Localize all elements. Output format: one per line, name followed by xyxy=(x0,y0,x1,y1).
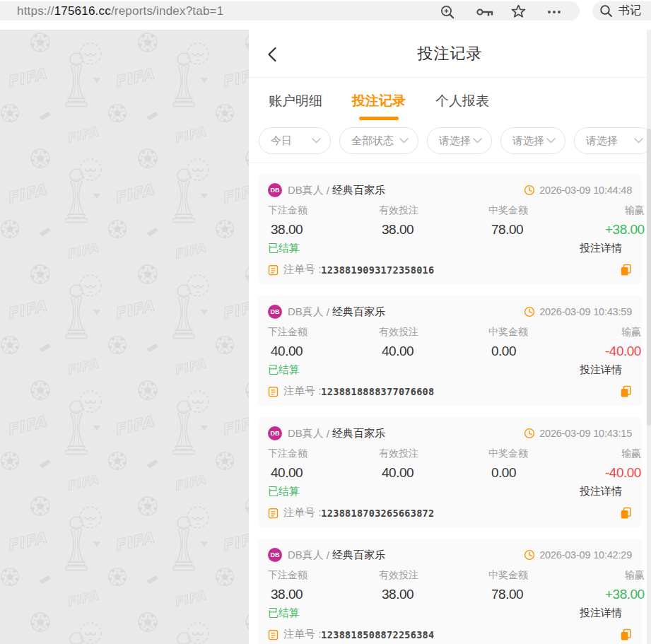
scrollbar[interactable] xyxy=(647,30,651,644)
filter-bar: 今日 全部状态 请选择 请选择 xyxy=(249,124,651,163)
provider-badge: DB xyxy=(268,426,282,440)
bet-time: 2026-03-09 10:43:15 xyxy=(539,428,632,439)
filter-status-value: 全部状态 xyxy=(351,134,394,148)
page-content: FIFA xyxy=(0,30,651,644)
provider-name: DB真人 xyxy=(288,184,324,197)
status-badge: 已结算 xyxy=(268,363,300,377)
chevron-down-icon xyxy=(546,138,556,144)
stat-label-bet: 下注金额 xyxy=(268,447,379,460)
chevron-down-icon xyxy=(634,138,643,144)
stat-label-win: 中奖金额 xyxy=(488,569,605,582)
order-note-icon xyxy=(268,386,278,397)
order-number: 1238818508872256384 xyxy=(321,629,434,640)
stat-label-profit: 输赢 xyxy=(605,204,645,217)
bookmark-search-label: 书记 xyxy=(618,4,641,18)
copy-icon[interactable] xyxy=(620,628,632,641)
search-icon xyxy=(599,4,613,18)
status-badge: 已结算 xyxy=(268,242,300,255)
stat-value-valid: 38.00 xyxy=(379,222,488,238)
tab-personal-report[interactable]: 个人报表 xyxy=(435,78,489,124)
stat-value-valid: 40.00 xyxy=(379,344,488,359)
panel-header: 投注记录 xyxy=(249,30,651,78)
stat-value-valid: 40.00 xyxy=(379,465,488,481)
scrollbar-thumb[interactable] xyxy=(647,129,651,426)
stat-value-win: 78.00 xyxy=(488,587,605,602)
chevron-down-icon xyxy=(312,138,321,144)
order-number: 1238818888377076608 xyxy=(321,386,434,397)
back-icon[interactable] xyxy=(267,47,277,62)
stat-label-profit: 输赢 xyxy=(605,326,641,339)
stat-label-profit: 输赢 xyxy=(605,447,641,460)
stat-value-win: 0.00 xyxy=(488,344,605,359)
page-title: 投注记录 xyxy=(418,43,483,64)
provider-game-separator: / xyxy=(327,549,329,561)
copy-icon[interactable] xyxy=(620,264,632,276)
stat-label-valid: 有效投注 xyxy=(379,569,488,582)
stat-value-valid: 38.00 xyxy=(379,587,488,602)
reports-panel: 投注记录 账户明细 投注记录 个人报表 今日 全部状态 请选择 xyxy=(249,30,651,644)
url-scheme: https:// xyxy=(17,4,54,18)
stat-value-profit: +38.00 xyxy=(605,587,645,602)
password-key-icon[interactable] xyxy=(476,7,495,18)
order-note-icon xyxy=(268,264,278,276)
url-path: /reports/index?tab=1 xyxy=(111,4,223,18)
provider-name: DB真人 xyxy=(288,549,324,562)
stat-label-win: 中奖金额 xyxy=(488,326,605,339)
game-name: 经典百家乐 xyxy=(332,427,385,440)
address-bar[interactable]: https://175616.cc/reports/index?tab=1 xyxy=(0,1,580,21)
filter-select-dropdown-3[interactable]: 请选择 xyxy=(574,127,651,154)
order-number-label: 注单号 : xyxy=(283,506,321,520)
bet-record-card: DB DB真人 / 经典百家乐 2026-03-09 10:44:48 下注金额… xyxy=(258,174,642,284)
order-note-icon xyxy=(268,508,278,519)
tab-bet-records[interactable]: 投注记录 xyxy=(352,78,406,124)
game-name: 经典百家乐 xyxy=(332,305,385,319)
stat-label-win: 中奖金额 xyxy=(488,447,605,460)
stat-label-bet: 下注金额 xyxy=(268,204,379,217)
status-badge: 已结算 xyxy=(268,607,300,620)
clock-icon xyxy=(524,428,535,439)
order-number: 1238818703265663872 xyxy=(321,508,434,519)
bet-time: 2026-03-09 10:42:29 xyxy=(539,549,632,561)
game-name: 经典百家乐 xyxy=(332,184,385,197)
filter-status-dropdown[interactable]: 全部状态 xyxy=(339,127,418,154)
filter-select-value: 请选择 xyxy=(439,134,471,148)
stat-value-win: 0.00 xyxy=(488,465,605,481)
provider-game-separator: / xyxy=(327,428,329,440)
stat-value-profit: -40.00 xyxy=(605,344,641,359)
bet-detail-link[interactable]: 投注详情 xyxy=(580,363,622,377)
bet-record-card: DB DB真人 / 经典百家乐 2026-03-09 10:43:59 下注金额… xyxy=(258,295,642,406)
filter-select-value: 请选择 xyxy=(586,134,618,148)
bookmark-search-pill[interactable]: 书记 xyxy=(592,1,651,21)
copy-icon[interactable] xyxy=(620,507,632,520)
stat-label-bet: 下注金额 xyxy=(268,569,379,582)
chevron-down-icon xyxy=(399,138,409,144)
page-url[interactable]: https://175616.cc/reports/index?tab=1 xyxy=(17,1,223,21)
tab-account-details[interactable]: 账户明细 xyxy=(269,78,322,124)
more-options-icon[interactable] xyxy=(547,10,561,14)
url-domain: 175616.cc xyxy=(54,4,111,18)
provider-name: DB真人 xyxy=(288,427,324,440)
bet-detail-link[interactable]: 投注详情 xyxy=(580,242,622,255)
zoom-in-icon[interactable] xyxy=(440,4,455,21)
game-name: 经典百家乐 xyxy=(332,549,385,562)
stat-value-profit: +38.00 xyxy=(605,222,645,238)
bet-detail-link[interactable]: 投注详情 xyxy=(580,607,622,620)
stat-value-bet: 38.00 xyxy=(268,222,379,238)
stat-label-valid: 有效投注 xyxy=(379,204,488,217)
filter-date-dropdown[interactable]: 今日 xyxy=(259,127,331,154)
bet-detail-link[interactable]: 投注详情 xyxy=(580,485,622,498)
provider-badge: DB xyxy=(268,183,282,197)
stat-value-bet: 40.00 xyxy=(268,465,379,481)
copy-icon[interactable] xyxy=(620,385,632,398)
bet-time: 2026-03-09 10:43:59 xyxy=(539,306,632,317)
stat-value-profit: -40.00 xyxy=(605,465,641,481)
order-number-label: 注单号 : xyxy=(283,263,321,276)
order-number: 1238819093172358016 xyxy=(321,264,434,276)
browser-toolbar: https://175616.cc/reports/index?tab=1 书记 xyxy=(0,0,651,22)
order-number-label: 注单号 : xyxy=(283,385,321,398)
filter-select-dropdown-1[interactable]: 请选择 xyxy=(427,127,492,154)
bookmark-star-icon[interactable] xyxy=(511,4,526,19)
filter-select-dropdown-2[interactable]: 请选择 xyxy=(500,127,565,154)
filter-date-value: 今日 xyxy=(271,134,292,148)
stat-value-win: 78.00 xyxy=(488,222,605,238)
